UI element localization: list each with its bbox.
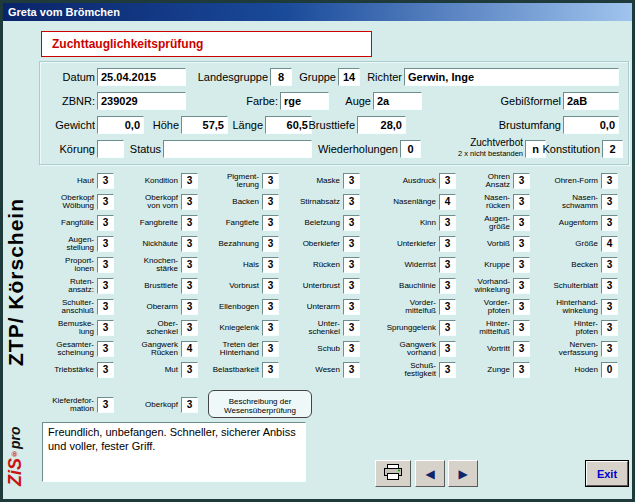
score-field[interactable]: 3 [601,320,618,336]
next-record-button[interactable]: ▶ [448,460,478,487]
score-label: Vorbrust [204,282,259,290]
score-field[interactable]: 3 [513,257,530,273]
score-field[interactable]: 3 [181,257,198,273]
score-field[interactable]: 3 [97,257,114,273]
brustumfang-field[interactable]: 0,0 [563,116,619,134]
score-field[interactable]: 3 [439,299,456,315]
previous-record-button[interactable]: ◀ [415,460,445,487]
score-field[interactable]: 3 [181,397,198,413]
score-field[interactable]: 3 [601,194,618,210]
score-field[interactable]: 3 [97,397,114,413]
gewicht-field[interactable]: 0,0 [97,116,144,134]
score-field[interactable]: 3 [601,341,618,357]
brusttiefe-field[interactable]: 28,0 [357,116,406,134]
score-field[interactable]: 3 [513,362,530,378]
score-field[interactable]: 3 [97,173,114,189]
score-field[interactable]: 3 [439,341,456,357]
score-field[interactable]: 3 [513,341,530,357]
wesens-description-button[interactable]: Beschreibung der Wesensüberprüfung [208,390,312,418]
score-field[interactable]: 3 [343,362,360,378]
score-field[interactable]: 3 [439,362,456,378]
score-field[interactable]: 3 [262,320,279,336]
score-field[interactable]: 3 [439,257,456,273]
datum-field[interactable]: 25.04.2015 [97,68,186,86]
score-field[interactable]: 3 [513,215,530,231]
score-field[interactable]: 3 [513,173,530,189]
score-field[interactable]: 3 [262,278,279,294]
score-field[interactable]: 3 [181,362,198,378]
score-field[interactable]: 3 [181,173,198,189]
score-field[interactable]: 3 [439,278,456,294]
wesens-notes-textarea[interactable]: Freundlich, unbefangen. Schneller, siche… [42,422,306,482]
score-field[interactable]: 3 [97,215,114,231]
score-field[interactable]: 3 [181,320,198,336]
score-field[interactable]: 3 [181,236,198,252]
score-field[interactable]: 3 [97,341,114,357]
zbnr-field[interactable]: 239029 [97,92,186,110]
score-field[interactable]: 3 [343,320,360,336]
score-field[interactable]: 3 [97,194,114,210]
score-field[interactable]: 3 [343,194,360,210]
gebissformel-field[interactable]: 2aB [563,92,619,110]
score-field[interactable]: 4 [439,194,456,210]
score-field[interactable]: 3 [513,194,530,210]
score-field[interactable]: 3 [513,320,530,336]
score-field[interactable]: 3 [439,236,456,252]
titlebar[interactable]: Greta vom Brömchen [3,3,632,21]
score-field[interactable]: 3 [181,194,198,210]
score-field[interactable]: 3 [262,194,279,210]
score-field[interactable]: 3 [513,236,530,252]
farbe-field[interactable]: rge [280,92,329,110]
score-field[interactable]: 3 [97,299,114,315]
score-group: Oberkiefer3 [285,233,360,254]
exit-button[interactable]: Exit [586,461,628,486]
score-field[interactable]: 3 [343,215,360,231]
status-field[interactable] [163,140,312,158]
score-field[interactable]: 3 [262,257,279,273]
score-field[interactable]: 4 [601,236,618,252]
score-field[interactable]: 3 [601,278,618,294]
hoehe-field[interactable]: 57,5 [181,116,228,134]
score-field[interactable]: 3 [439,173,456,189]
score-field[interactable]: 3 [343,236,360,252]
score-field[interactable]: 0 [601,362,618,378]
score-field[interactable]: 3 [262,362,279,378]
score-field[interactable]: 3 [181,278,198,294]
score-field[interactable]: 3 [601,215,618,231]
auge-field[interactable]: 2a [373,92,422,110]
score-field[interactable]: 3 [601,173,618,189]
score-field[interactable]: 3 [439,215,456,231]
score-label: Augen- größe [462,215,510,231]
score-field[interactable]: 3 [181,299,198,315]
print-button[interactable] [375,460,411,487]
score-field[interactable]: 3 [262,173,279,189]
score-field[interactable]: 3 [513,278,530,294]
score-field[interactable]: 3 [343,173,360,189]
score-field[interactable]: 3 [97,362,114,378]
score-field[interactable]: 3 [262,341,279,357]
gruppe-label: Gruppe [296,68,336,86]
wiederholungen-field[interactable]: 0 [400,140,421,158]
score-field[interactable]: 3 [181,215,198,231]
score-field[interactable]: 3 [439,320,456,336]
richter-field[interactable]: Gerwin, Inge [404,68,619,86]
score-field[interactable]: 3 [97,278,114,294]
score-field[interactable]: 3 [343,278,360,294]
score-field[interactable]: 3 [343,299,360,315]
score-field[interactable]: 3 [97,320,114,336]
score-field[interactable]: 4 [181,341,198,357]
score-field[interactable]: 3 [601,299,618,315]
score-field[interactable]: 3 [262,299,279,315]
score-field[interactable]: 3 [601,257,618,273]
score-field[interactable]: 3 [343,257,360,273]
score-group: Ausdruck3 [366,170,456,191]
landesgruppe-field[interactable]: 8 [270,68,292,86]
score-field[interactable]: 3 [262,215,279,231]
score-field[interactable]: 3 [343,341,360,357]
koerung-field[interactable] [97,140,124,158]
score-field[interactable]: 3 [97,236,114,252]
score-field[interactable]: 3 [513,299,530,315]
score-field[interactable]: 3 [262,236,279,252]
konstitution-field[interactable]: 2 [602,140,623,158]
gruppe-field[interactable]: 14 [338,68,360,86]
